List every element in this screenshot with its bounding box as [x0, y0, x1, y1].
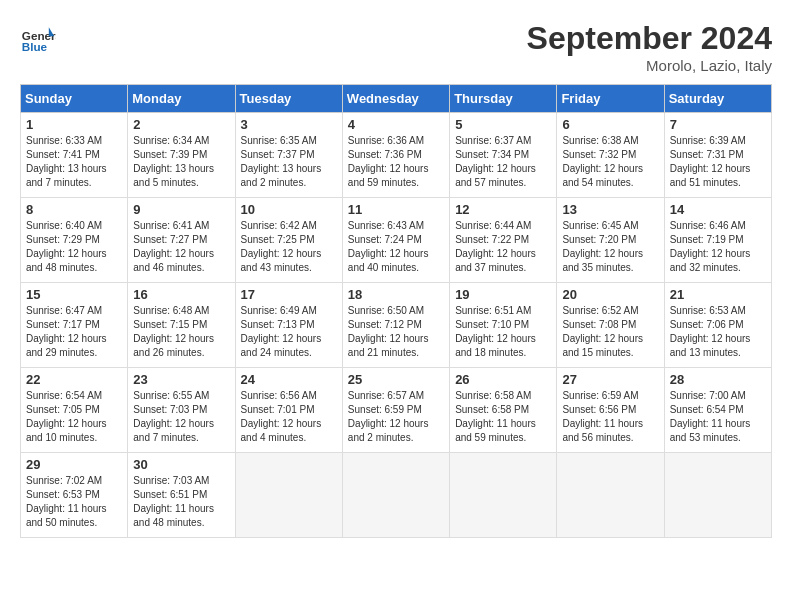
svg-text:Blue: Blue — [22, 40, 48, 53]
calendar-cell: 10Sunrise: 6:42 AM Sunset: 7:25 PM Dayli… — [235, 198, 342, 283]
calendar-cell: 8Sunrise: 6:40 AM Sunset: 7:29 PM Daylig… — [21, 198, 128, 283]
day-info: Sunrise: 6:33 AM Sunset: 7:41 PM Dayligh… — [26, 134, 122, 190]
day-info: Sunrise: 6:36 AM Sunset: 7:36 PM Dayligh… — [348, 134, 444, 190]
day-number: 18 — [348, 287, 444, 302]
day-number: 17 — [241, 287, 337, 302]
day-info: Sunrise: 7:00 AM Sunset: 6:54 PM Dayligh… — [670, 389, 766, 445]
calendar-cell: 3Sunrise: 6:35 AM Sunset: 7:37 PM Daylig… — [235, 113, 342, 198]
calendar-cell: 7Sunrise: 6:39 AM Sunset: 7:31 PM Daylig… — [664, 113, 771, 198]
day-number: 14 — [670, 202, 766, 217]
day-info: Sunrise: 6:39 AM Sunset: 7:31 PM Dayligh… — [670, 134, 766, 190]
calendar-cell: 9Sunrise: 6:41 AM Sunset: 7:27 PM Daylig… — [128, 198, 235, 283]
weekday-header: Friday — [557, 85, 664, 113]
day-info: Sunrise: 6:46 AM Sunset: 7:19 PM Dayligh… — [670, 219, 766, 275]
day-info: Sunrise: 6:52 AM Sunset: 7:08 PM Dayligh… — [562, 304, 658, 360]
day-info: Sunrise: 6:44 AM Sunset: 7:22 PM Dayligh… — [455, 219, 551, 275]
day-number: 5 — [455, 117, 551, 132]
calendar-week-row: 1Sunrise: 6:33 AM Sunset: 7:41 PM Daylig… — [21, 113, 772, 198]
day-info: Sunrise: 6:49 AM Sunset: 7:13 PM Dayligh… — [241, 304, 337, 360]
calendar-cell: 11Sunrise: 6:43 AM Sunset: 7:24 PM Dayli… — [342, 198, 449, 283]
day-number: 27 — [562, 372, 658, 387]
logo: General Blue — [20, 20, 56, 56]
calendar-cell: 26Sunrise: 6:58 AM Sunset: 6:58 PM Dayli… — [450, 368, 557, 453]
calendar-week-row: 8Sunrise: 6:40 AM Sunset: 7:29 PM Daylig… — [21, 198, 772, 283]
calendar-cell: 14Sunrise: 6:46 AM Sunset: 7:19 PM Dayli… — [664, 198, 771, 283]
calendar-cell: 27Sunrise: 6:59 AM Sunset: 6:56 PM Dayli… — [557, 368, 664, 453]
day-info: Sunrise: 7:02 AM Sunset: 6:53 PM Dayligh… — [26, 474, 122, 530]
day-number: 19 — [455, 287, 551, 302]
day-info: Sunrise: 6:45 AM Sunset: 7:20 PM Dayligh… — [562, 219, 658, 275]
day-info: Sunrise: 6:48 AM Sunset: 7:15 PM Dayligh… — [133, 304, 229, 360]
day-info: Sunrise: 6:53 AM Sunset: 7:06 PM Dayligh… — [670, 304, 766, 360]
day-number: 8 — [26, 202, 122, 217]
calendar-cell: 16Sunrise: 6:48 AM Sunset: 7:15 PM Dayli… — [128, 283, 235, 368]
calendar-cell: 22Sunrise: 6:54 AM Sunset: 7:05 PM Dayli… — [21, 368, 128, 453]
day-number: 25 — [348, 372, 444, 387]
calendar-cell: 20Sunrise: 6:52 AM Sunset: 7:08 PM Dayli… — [557, 283, 664, 368]
title-block: September 2024 Morolo, Lazio, Italy — [527, 20, 772, 74]
weekday-header: Monday — [128, 85, 235, 113]
day-number: 26 — [455, 372, 551, 387]
day-number: 13 — [562, 202, 658, 217]
calendar-week-row: 15Sunrise: 6:47 AM Sunset: 7:17 PM Dayli… — [21, 283, 772, 368]
day-number: 23 — [133, 372, 229, 387]
calendar-cell: 29Sunrise: 7:02 AM Sunset: 6:53 PM Dayli… — [21, 453, 128, 538]
calendar-cell — [235, 453, 342, 538]
day-info: Sunrise: 6:38 AM Sunset: 7:32 PM Dayligh… — [562, 134, 658, 190]
day-number: 29 — [26, 457, 122, 472]
day-info: Sunrise: 6:56 AM Sunset: 7:01 PM Dayligh… — [241, 389, 337, 445]
calendar-cell: 5Sunrise: 6:37 AM Sunset: 7:34 PM Daylig… — [450, 113, 557, 198]
day-number: 16 — [133, 287, 229, 302]
calendar-cell: 19Sunrise: 6:51 AM Sunset: 7:10 PM Dayli… — [450, 283, 557, 368]
calendar-cell — [664, 453, 771, 538]
day-info: Sunrise: 6:37 AM Sunset: 7:34 PM Dayligh… — [455, 134, 551, 190]
day-number: 4 — [348, 117, 444, 132]
calendar-cell: 23Sunrise: 6:55 AM Sunset: 7:03 PM Dayli… — [128, 368, 235, 453]
calendar-cell: 21Sunrise: 6:53 AM Sunset: 7:06 PM Dayli… — [664, 283, 771, 368]
day-number: 10 — [241, 202, 337, 217]
calendar-body: 1Sunrise: 6:33 AM Sunset: 7:41 PM Daylig… — [21, 113, 772, 538]
day-number: 6 — [562, 117, 658, 132]
calendar-cell: 2Sunrise: 6:34 AM Sunset: 7:39 PM Daylig… — [128, 113, 235, 198]
day-number: 9 — [133, 202, 229, 217]
calendar-cell — [342, 453, 449, 538]
weekday-header: Thursday — [450, 85, 557, 113]
day-number: 24 — [241, 372, 337, 387]
day-number: 3 — [241, 117, 337, 132]
calendar-cell: 28Sunrise: 7:00 AM Sunset: 6:54 PM Dayli… — [664, 368, 771, 453]
day-info: Sunrise: 6:41 AM Sunset: 7:27 PM Dayligh… — [133, 219, 229, 275]
day-info: Sunrise: 6:42 AM Sunset: 7:25 PM Dayligh… — [241, 219, 337, 275]
day-number: 20 — [562, 287, 658, 302]
calendar-cell: 30Sunrise: 7:03 AM Sunset: 6:51 PM Dayli… — [128, 453, 235, 538]
calendar-cell: 1Sunrise: 6:33 AM Sunset: 7:41 PM Daylig… — [21, 113, 128, 198]
calendar-cell: 13Sunrise: 6:45 AM Sunset: 7:20 PM Dayli… — [557, 198, 664, 283]
weekday-header: Saturday — [664, 85, 771, 113]
calendar-cell: 25Sunrise: 6:57 AM Sunset: 6:59 PM Dayli… — [342, 368, 449, 453]
day-info: Sunrise: 6:47 AM Sunset: 7:17 PM Dayligh… — [26, 304, 122, 360]
day-info: Sunrise: 6:43 AM Sunset: 7:24 PM Dayligh… — [348, 219, 444, 275]
logo-icon: General Blue — [20, 20, 56, 56]
page-header: General Blue September 2024 Morolo, Lazi… — [20, 20, 772, 74]
day-number: 15 — [26, 287, 122, 302]
calendar-table: SundayMondayTuesdayWednesdayThursdayFrid… — [20, 84, 772, 538]
day-info: Sunrise: 6:57 AM Sunset: 6:59 PM Dayligh… — [348, 389, 444, 445]
calendar-week-row: 29Sunrise: 7:02 AM Sunset: 6:53 PM Dayli… — [21, 453, 772, 538]
day-number: 2 — [133, 117, 229, 132]
day-number: 1 — [26, 117, 122, 132]
day-info: Sunrise: 6:59 AM Sunset: 6:56 PM Dayligh… — [562, 389, 658, 445]
weekday-header: Tuesday — [235, 85, 342, 113]
month-title: September 2024 — [527, 20, 772, 57]
day-info: Sunrise: 6:35 AM Sunset: 7:37 PM Dayligh… — [241, 134, 337, 190]
weekday-header: Sunday — [21, 85, 128, 113]
day-number: 12 — [455, 202, 551, 217]
day-number: 22 — [26, 372, 122, 387]
calendar-cell: 6Sunrise: 6:38 AM Sunset: 7:32 PM Daylig… — [557, 113, 664, 198]
day-info: Sunrise: 6:40 AM Sunset: 7:29 PM Dayligh… — [26, 219, 122, 275]
weekday-header-row: SundayMondayTuesdayWednesdayThursdayFrid… — [21, 85, 772, 113]
day-number: 30 — [133, 457, 229, 472]
day-number: 11 — [348, 202, 444, 217]
day-info: Sunrise: 6:55 AM Sunset: 7:03 PM Dayligh… — [133, 389, 229, 445]
calendar-cell — [450, 453, 557, 538]
weekday-header: Wednesday — [342, 85, 449, 113]
day-info: Sunrise: 6:58 AM Sunset: 6:58 PM Dayligh… — [455, 389, 551, 445]
